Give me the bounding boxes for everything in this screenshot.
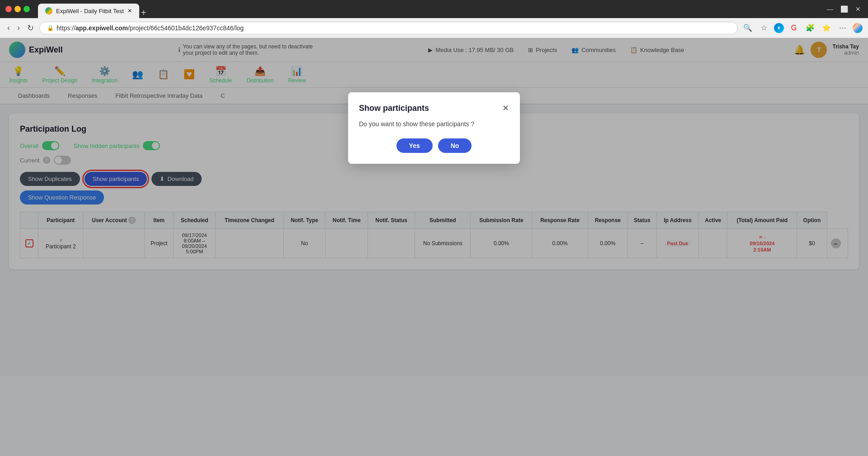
maximize-window-button[interactable] <box>24 6 30 12</box>
favorites-icon[interactable]: ⭐ <box>820 22 833 34</box>
address-text: https://app.expiwell.com/project/66c5460… <box>57 24 244 32</box>
tab-close-button[interactable]: ✕ <box>127 8 132 14</box>
browser-restore-button[interactable]: ⬜ <box>839 4 850 14</box>
modal-title: Show participants <box>359 104 429 113</box>
lock-icon: 🔒 <box>47 25 54 31</box>
browser-toolbar-actions: 🔍 ☆ e G 🧩 ⭐ ⋯ <box>741 22 863 34</box>
app-container: ExpiWell ℹ You can view any of the pages… <box>0 38 868 456</box>
browser-tab-bar: ExpiWell - Daily Fitbit Test ✕ + <box>38 0 821 18</box>
active-browser-tab[interactable]: ExpiWell - Daily Fitbit Test ✕ <box>38 4 139 18</box>
back-button[interactable]: ‹ <box>5 21 12 34</box>
show-participants-modal: Show participants ✕ Do you want to show … <box>348 92 520 164</box>
modal-body-text: Do you want to show these participants ? <box>359 120 509 128</box>
modal-actions: Yes No <box>359 138 509 153</box>
grammarly-icon[interactable]: G <box>788 22 800 34</box>
browser-profile-icon[interactable] <box>853 23 863 33</box>
reload-button[interactable]: ↻ <box>25 21 36 35</box>
close-window-button[interactable] <box>5 6 12 12</box>
minimize-window-button[interactable] <box>14 6 21 12</box>
address-bar[interactable]: 🔒 https://app.expiwell.com/project/66c54… <box>39 22 738 34</box>
modal-body: Do you want to show these participants ? <box>359 120 509 128</box>
modal-yes-button[interactable]: Yes <box>396 138 433 153</box>
tab-favicon <box>45 7 52 14</box>
more-options-button[interactable]: ⋯ <box>836 22 849 34</box>
tab-title: ExpiWell - Daily Fitbit Test <box>56 8 124 14</box>
star-icon-button[interactable]: ☆ <box>758 22 770 34</box>
forward-button[interactable]: › <box>15 21 22 34</box>
new-tab-button[interactable]: + <box>141 8 146 18</box>
browser-toolbar: ‹ › ↻ 🔒 https://app.expiwell.com/project… <box>0 18 868 38</box>
extensions-icon[interactable]: 🧩 <box>804 22 816 34</box>
modal-no-button[interactable]: No <box>438 138 472 153</box>
profile-icon[interactable]: e <box>774 23 784 33</box>
browser-titlebar: ExpiWell - Daily Fitbit Test ✕ + — ⬜ ✕ <box>0 0 868 18</box>
search-icon-button[interactable]: 🔍 <box>741 22 754 34</box>
modal-close-button[interactable]: ✕ <box>502 103 509 113</box>
modal-header: Show participants ✕ <box>359 103 509 113</box>
browser-close-button[interactable]: ✕ <box>854 4 863 14</box>
window-controls <box>5 6 30 12</box>
browser-minimize-button[interactable]: — <box>825 4 835 14</box>
modal-overlay: Show participants ✕ Do you want to show … <box>0 38 868 456</box>
